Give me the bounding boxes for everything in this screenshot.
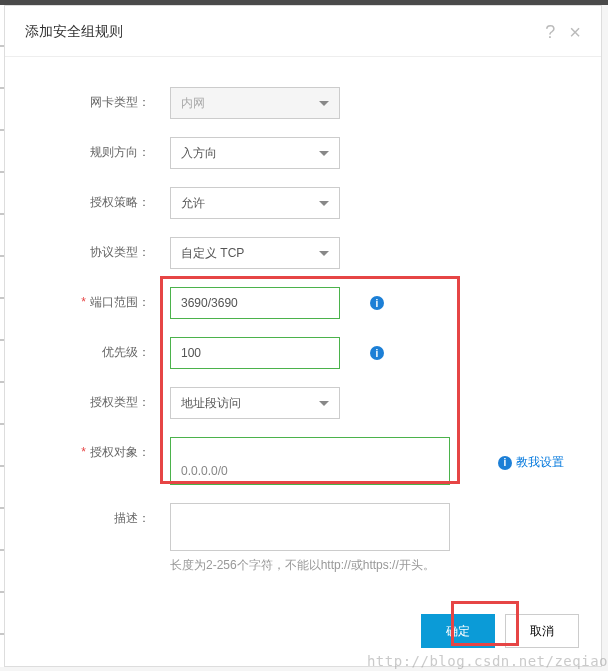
auth-object-input[interactable]: 0.0.0.0/0: [170, 437, 450, 485]
chevron-down-icon: [319, 151, 329, 156]
auth-object-value: 0.0.0.0/0: [181, 464, 228, 478]
dialog-header: 添加安全组规则 ? ×: [5, 6, 601, 57]
direction-select[interactable]: 入方向: [170, 137, 340, 169]
port-range-input[interactable]: [170, 287, 340, 319]
nic-type-label: 网卡类型：: [25, 87, 170, 111]
policy-select[interactable]: 允许: [170, 187, 340, 219]
cancel-button[interactable]: 取消: [505, 614, 579, 648]
info-icon[interactable]: i: [370, 296, 384, 310]
auth-object-label: 授权对象：: [25, 437, 170, 461]
description-label: 描述：: [25, 503, 170, 527]
policy-value: 允许: [181, 195, 205, 212]
chevron-down-icon: [319, 201, 329, 206]
direction-label: 规则方向：: [25, 137, 170, 161]
direction-value: 入方向: [181, 145, 217, 162]
dialog-footer: 确定 取消: [421, 614, 579, 648]
protocol-value: 自定义 TCP: [181, 245, 244, 262]
auth-type-label: 授权类型：: [25, 387, 170, 411]
info-icon[interactable]: i: [370, 346, 384, 360]
add-security-rule-dialog: 添加安全组规则 ? × 网卡类型： 内网 规则方向： 入方向: [4, 5, 602, 667]
close-icon[interactable]: ×: [569, 22, 581, 42]
form-body: 网卡类型： 内网 规则方向： 入方向 授权策略： 允许: [5, 57, 601, 604]
chevron-down-icon: [319, 251, 329, 256]
teach-me-link[interactable]: i 教我设置: [498, 454, 564, 471]
port-range-label: 端口范围：: [25, 287, 170, 311]
nic-type-value: 内网: [181, 95, 205, 112]
auth-type-value: 地址段访问: [181, 395, 241, 412]
protocol-label: 协议类型：: [25, 237, 170, 261]
info-icon: i: [498, 456, 512, 470]
priority-input[interactable]: [170, 337, 340, 369]
nic-type-select: 内网: [170, 87, 340, 119]
auth-type-select[interactable]: 地址段访问: [170, 387, 340, 419]
help-icon[interactable]: ?: [545, 23, 555, 41]
dialog-title: 添加安全组规则: [25, 23, 123, 41]
protocol-select[interactable]: 自定义 TCP: [170, 237, 340, 269]
description-hint: 长度为2-256个字符，不能以http://或https://开头。: [170, 557, 581, 574]
chevron-down-icon: [319, 101, 329, 106]
chevron-down-icon: [319, 401, 329, 406]
ok-button[interactable]: 确定: [421, 614, 495, 648]
policy-label: 授权策略：: [25, 187, 170, 211]
watermark: http://blog.csdn.net/zeqiao: [367, 653, 608, 669]
description-input[interactable]: [170, 503, 450, 551]
priority-label: 优先级：: [25, 337, 170, 361]
